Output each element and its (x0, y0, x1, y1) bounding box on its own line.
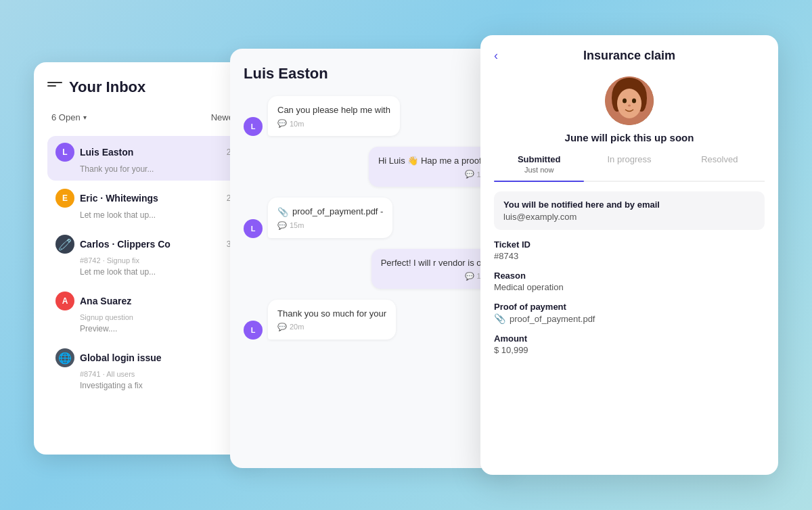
message-text: Hi Luis 👋 Hap me a proof of (378, 155, 491, 167)
attachment-filename: proof_of_payment.pdf - (292, 206, 383, 218)
detail-panel: ‹ Insurance claim (480, 35, 778, 475)
agent-name: June will pick this up soon (565, 132, 694, 143)
detail-title: Insurance claim (583, 49, 675, 63)
chat-icon: 💬 (277, 323, 287, 331)
notification-email: luis@examply.com (503, 212, 755, 222)
tab-in-progress-label: In progress (584, 154, 674, 164)
message-text: Perfect! I will r vendor is one (381, 257, 491, 269)
svg-point-7 (628, 105, 631, 107)
inbox-item-preview: Thank you for your... (55, 164, 242, 174)
message-meta: 💬 20m (277, 323, 386, 331)
chat-icon: 💬 (465, 170, 474, 179)
back-button[interactable]: ‹ (494, 49, 498, 63)
tab-submitted-label: Submitted (494, 154, 584, 164)
sidebar-icon (47, 82, 62, 93)
inbox-header: Your Inbox (47, 78, 250, 96)
avatar-carlos: 🧷 (55, 235, 74, 254)
back-icon: ‹ (494, 49, 498, 62)
message-row: L Thank you so much for your 💬 20m (244, 300, 501, 340)
message-text: Can you please help me with (277, 104, 390, 116)
proof-label: Proof of payment (494, 302, 765, 312)
avatar-luis: L (244, 117, 263, 136)
message-time: 15m (290, 221, 304, 229)
svg-point-5 (623, 99, 627, 103)
paperclip-icon: 📎 (277, 207, 288, 217)
inbox-item-sub: Signup question (55, 313, 242, 321)
inbox-item-preview: Let me look that up... (55, 210, 242, 220)
message-row: Perfect! I will r vendor is one 💬 15m (244, 249, 501, 289)
chat-icon: 💬 (465, 272, 474, 281)
amount-label: Amount (494, 333, 765, 344)
field-ticket-id: Ticket ID #8743 (494, 239, 765, 261)
inbox-item-eric[interactable]: E Eric · Whitewings 25m Let me look that… (47, 182, 250, 227)
status-tabs: Submitted Just now In progress Resolved (494, 154, 765, 182)
attachment-row: 📎 proof_of_payment.pdf - (277, 206, 383, 218)
avatar-eric: E (55, 189, 74, 208)
amount-value: $ 10,999 (494, 345, 765, 355)
inbox-filters: 6 Open ▾ Newest ▾ (47, 110, 250, 125)
chat-panel: Luis Easton L Can you please help me wit… (230, 49, 514, 468)
inbox-item-ana[interactable]: A Ana Suarez 1h Signup question Preview.… (47, 285, 250, 340)
message-bubble-received: Thank you so much for your 💬 20m (268, 300, 396, 340)
proof-value[interactable]: 📎 proof_of_payment.pdf (494, 313, 765, 324)
inbox-item-name: Luis Easton (80, 147, 221, 158)
inbox-item-name: Carlos · Clippers Co (80, 239, 221, 250)
agent-section: June will pick this up soon (480, 63, 778, 143)
avatar-luis: L (55, 143, 74, 162)
inbox-title: Your Inbox (69, 78, 145, 96)
chat-contact-name: Luis Easton (244, 65, 328, 82)
inbox-item-top: L Luis Easton 20m (55, 143, 242, 162)
avatar-ana: A (55, 292, 74, 310)
message-meta: 💬 10m (277, 119, 390, 128)
message-time: 20m (290, 323, 304, 331)
inbox-list: L Luis Easton 20m Thank you for your... … (47, 136, 250, 397)
inbox-item-name: Ana Suarez (80, 296, 228, 306)
field-proof-of-payment: Proof of payment 📎 proof_of_payment.pdf (494, 302, 765, 324)
message-row: L Can you please help me with 💬 10m (244, 96, 501, 136)
notification-title: You will be notified here and by email (503, 200, 755, 210)
inbox-item-luis[interactable]: L Luis Easton 20m Thank you for your... (47, 136, 250, 181)
inbox-item-preview: Let me look that up... (55, 267, 242, 277)
tab-in-progress[interactable]: In progress (584, 154, 674, 181)
field-amount: Amount $ 10,999 (494, 333, 765, 355)
inbox-item-preview: Preview.... (55, 324, 242, 333)
message-meta: 💬 15m (381, 272, 491, 281)
ticket-id-label: Ticket ID (494, 239, 765, 250)
tab-submitted[interactable]: Submitted Just now (494, 154, 584, 181)
ticket-id-value: #8743 (494, 251, 765, 261)
message-row: Hi Luis 👋 Hap me a proof of 💬 10m (244, 147, 501, 187)
inbox-panel: Your Inbox 6 Open ▾ Newest ▾ L Luis East… (34, 62, 264, 455)
inbox-item-name: Eric · Whitewings (80, 193, 221, 204)
open-filter-button[interactable]: 6 Open ▾ (47, 110, 91, 125)
open-filter-label: 6 Open (51, 112, 81, 122)
chat-icon: 💬 (277, 119, 287, 128)
inbox-item-sub: #8741 · All users (55, 370, 242, 378)
inbox-item-sub: #8742 · Signup fix (55, 256, 242, 264)
chat-icon: 💬 (277, 221, 287, 230)
inbox-item-top: 🌐 Global login issue 2h (55, 348, 242, 367)
reason-label: Reason (494, 271, 765, 281)
detail-fields: Ticket ID #8743 Reason Medical operation… (480, 239, 778, 355)
tab-resolved-label: Resolved (675, 154, 765, 164)
message-row: L 📎 proof_of_payment.pdf - 💬 15m (244, 198, 501, 237)
paperclip-icon: 📎 (494, 313, 505, 324)
inbox-item-top: E Eric · Whitewings 25m (55, 189, 242, 208)
message-meta: 💬 10m (378, 170, 491, 179)
agent-avatar (605, 76, 654, 125)
agent-avatar-svg (605, 76, 654, 125)
inbox-item-carlos[interactable]: 🧷 Carlos · Clippers Co 30m #8742 · Signu… (47, 228, 250, 283)
field-reason: Reason Medical operation (494, 271, 765, 292)
message-time: 10m (290, 120, 304, 128)
avatar-luis: L (244, 219, 263, 238)
svg-point-6 (632, 99, 636, 103)
inbox-item-top: 🧷 Carlos · Clippers Co 30m (55, 235, 242, 254)
ui-container: Your Inbox 6 Open ▾ Newest ▾ L Luis East… (34, 35, 778, 475)
inbox-item-global[interactable]: 🌐 Global login issue 2h #8741 · All user… (47, 342, 250, 397)
message-text: Thank you so much for your (277, 308, 386, 320)
notification-box: You will be notified here and by email l… (494, 191, 765, 230)
inbox-item-top: A Ana Suarez 1h (55, 292, 242, 310)
message-meta: 💬 15m (277, 221, 383, 230)
tab-resolved[interactable]: Resolved (675, 154, 765, 181)
detail-header: ‹ Insurance claim (480, 35, 778, 63)
message-bubble-received: Can you please help me with 💬 10m (268, 96, 400, 136)
